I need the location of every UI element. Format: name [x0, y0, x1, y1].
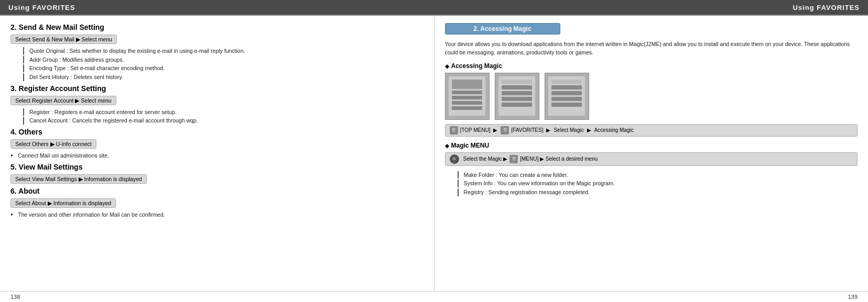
others-bullets: Cannect Mail uni administrations site. [10, 152, 424, 160]
footer-bar: 138 139 [0, 291, 868, 302]
content-area: 2. Send & New Mail Setting Select Send &… [0, 16, 868, 291]
about-bullets: The version and other information for Ma… [10, 211, 424, 219]
phone-screen-1 [449, 76, 485, 116]
send-mail-pill: Select Send & New Mail ▶ Select menu [10, 35, 117, 44]
top-menu-icon: ☰ [450, 126, 458, 135]
register-account-pill: Select Register Account ▶ Select menu [10, 96, 116, 105]
section-send-mail-heading: 2. Send & New Mail Setting [10, 23, 424, 31]
magic-menu-subheading: Magic MENU [445, 142, 858, 149]
accessing-magic-title-container: 2. Accessing Magic [445, 23, 858, 35]
section-about: 6. About Select About ▶ Information is d… [10, 187, 424, 219]
section-send-mail: 2. Send & New Mail Setting Select Send &… [10, 23, 424, 81]
phone-image-3 [545, 73, 589, 120]
bullet-cannect: Cannect Mail uni administrations site. [10, 152, 424, 160]
left-panel: 2. Send & New Mail Setting Select Send &… [0, 16, 435, 291]
favorites-icon: ☰ [501, 126, 509, 135]
section-view-mail-heading: 5. View Mail Settings [10, 163, 424, 171]
magic-menu-icon: ⊙ [450, 154, 459, 164]
phone-image-2 [495, 73, 539, 120]
section-others: 4. Others Select Others ▶ U-Info connect… [10, 128, 424, 160]
header-bar: Using FAVORITES Using FAVORITES [0, 0, 868, 15]
bullet-register: Register : Registers e-mail account ente… [23, 108, 424, 116]
bullet-make-folder: Make Folder : You can create a new folde… [458, 171, 858, 179]
phone-screen-3 [548, 76, 585, 116]
bullet-system-info: System Info : You can view information o… [458, 180, 858, 187]
section-register-account-heading: 3. Register Account Setting [10, 84, 424, 93]
others-pill: Select Others ▶ U-Info connect [10, 139, 96, 149]
bullet-del-sent: Del Sent History : Deletes sent history. [23, 73, 424, 81]
footer-page-left: 138 [10, 294, 434, 300]
nav-instruction-box: ☰ [TOP MENU] ▶ ☰ [FAVORITES] ▶ Select Ma… [445, 124, 858, 137]
header-left-title: Using FAVORITES [0, 4, 434, 12]
menu-icon: ☰ [509, 155, 518, 163]
select-magic-box: ⊙ Select the Magic ▶ ☰ [MENU] ▶ Select a… [445, 152, 858, 166]
phone-screen-2 [498, 76, 535, 116]
send-mail-bullets: Quote Original : Sets whether to display… [19, 47, 424, 81]
view-mail-pill: Select View Mail Settings ▶ Information … [10, 174, 147, 184]
bullet-cancel-account: Cancel Account : Cancels the registered … [23, 117, 424, 125]
bullet-registry: Registry : Sending registration message … [458, 188, 858, 196]
header-right-title: Using FAVORITES [434, 4, 868, 12]
nav-text-top-menu: [TOP MENU] [460, 127, 491, 133]
arrow-3: ▶ [587, 127, 591, 133]
phone-image-1 [445, 73, 490, 120]
nav-text-favorites: [FAVORITES] [511, 127, 543, 133]
bullet-quote-original: Quote Original : Sets whether to display… [23, 47, 424, 55]
menu-text: [MENU] ▶ Select a desired menu [520, 156, 598, 162]
bullet-addr-group: Addr Group : Modifies address groups. [23, 56, 424, 64]
magic-menu-bullets: Make Folder : You can create a new folde… [453, 171, 858, 196]
section-others-heading: 4. Others [10, 128, 424, 136]
section-register-account: 3. Register Account Setting Select Regis… [10, 84, 424, 125]
nav-text-select-magic: Select Magic [554, 127, 583, 133]
nav-text-accessing-magic: Accessing Magic [594, 127, 634, 133]
page-container: Using FAVORITES Using FAVORITES 2. Send … [0, 0, 868, 302]
section-about-heading: 6. About [10, 187, 424, 195]
bullet-encoding-type: Encoding Type : Set e-mail character enc… [23, 64, 424, 72]
arrow-2: ▶ [546, 127, 550, 133]
right-panel: 2. Accessing Magic Your device allows yo… [435, 16, 869, 291]
bullet-version-info: The version and other information for Ma… [10, 211, 424, 219]
arrow-1: ▶ [493, 127, 497, 133]
footer-page-right: 139 [434, 294, 858, 300]
select-magic-text: Select the Magic ▶ [463, 156, 508, 162]
register-account-bullets: Register : Registers e-mail account ente… [19, 108, 424, 125]
accessing-magic-subheading: Accessing Magic [445, 62, 858, 70]
phone-images-row [445, 73, 858, 120]
about-pill: Select About ▶ Information is displayed [10, 198, 116, 208]
accessing-magic-description: Your device allows you to download appli… [445, 40, 858, 57]
accessing-magic-title: 2. Accessing Magic [445, 23, 560, 35]
section-view-mail: 5. View Mail Settings Select View Mail S… [10, 163, 424, 187]
